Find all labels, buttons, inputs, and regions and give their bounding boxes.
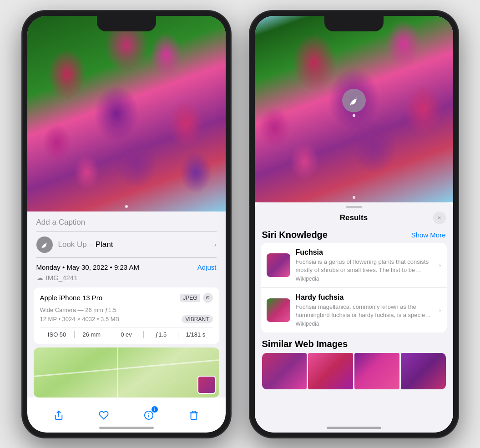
right-phone-screen: Results × Siri Knowledge Show More — [255, 16, 453, 433]
close-button[interactable]: × — [433, 211, 446, 224]
fuchsia-chevron-icon: › — [439, 262, 441, 269]
hardy-fuchsia-text: Hardy fuchsia Fuchsia magellanica, commo… — [296, 293, 434, 327]
fuchsia-name: Fuchsia — [296, 248, 434, 257]
hardy-fuchsia-thumbnail — [267, 298, 290, 322]
lookup-text: Look Up – Plant — [58, 240, 113, 249]
home-indicator-left — [99, 427, 154, 429]
show-more-button[interactable]: Show More — [411, 231, 446, 239]
lookup-row[interactable]: Look Up – Plant › — [27, 232, 226, 257]
filename-row: ☁ IMG_4241 — [27, 273, 226, 287]
lookup-chevron-icon: › — [214, 241, 217, 248]
info-badge: i — [152, 406, 158, 413]
exif-row: ISO 50 26 mm 0 ev ƒ1.5 1/181 s — [40, 327, 213, 338]
notch-right — [324, 16, 384, 31]
results-title: Results — [340, 213, 368, 222]
page-indicator-right — [353, 196, 355, 199]
photo-view-right[interactable] — [255, 16, 453, 202]
flower-photo-left — [27, 16, 226, 211]
photo-info-area: Add a Caption Look Up – Plant › — [27, 211, 226, 398]
siri-knowledge-title: Siri Knowledge — [262, 230, 328, 240]
visual-lookup-button[interactable] — [342, 89, 366, 112]
hardy-fuchsia-source: Wikipedia — [296, 321, 434, 327]
aperture-value: ƒ1.5 — [144, 331, 178, 338]
knowledge-item-hardy-fuchsia[interactable]: Hardy fuchsia Fuchsia magellanica, commo… — [261, 288, 447, 332]
left-phone: Add a Caption Look Up – Plant › — [22, 10, 231, 438]
similar-images-grid — [262, 353, 446, 389]
right-phone: Results × Siri Knowledge Show More — [249, 10, 459, 438]
camera-model: Apple iPhone 13 Pro — [40, 294, 103, 302]
delete-button[interactable] — [186, 407, 202, 423]
visual-lookup-dot — [353, 114, 355, 117]
siri-knowledge-header: Siri Knowledge Show More — [255, 226, 453, 243]
date-row: Monday • May 30, 2022 • 9:23 AM Adjust — [27, 258, 226, 273]
home-indicator-right — [327, 427, 381, 429]
date-text: Monday • May 30, 2022 • 9:23 AM — [36, 263, 139, 271]
lookup-icon — [36, 237, 53, 253]
fuchsia-description: Fuchsia is a genus of flowering plants t… — [296, 258, 434, 274]
photo-view-left[interactable] — [27, 16, 226, 211]
photo-on-map — [197, 376, 216, 394]
hardy-fuchsia-description: Fuchsia magellanica, commonly known as t… — [296, 303, 434, 319]
hardy-fuchsia-name: Hardy fuchsia — [296, 293, 434, 302]
hardy-fuchsia-chevron-icon: › — [439, 307, 441, 314]
mp-row: 12 MP • 3024 × 4032 • 3.5 MB VIBRANT — [40, 315, 213, 323]
knowledge-item-fuchsia[interactable]: Fuchsia Fuchsia is a genus of flowering … — [261, 243, 447, 288]
results-header: Results × — [255, 208, 453, 226]
notch — [97, 16, 156, 31]
fuchsia-source: Wikipedia — [296, 276, 434, 282]
knowledge-card: Fuchsia Fuchsia is a genus of flowering … — [261, 243, 447, 333]
camera-badges: JPEG ⊙ — [180, 293, 212, 303]
vibrant-badge: VIBRANT — [182, 315, 212, 323]
similar-image-1[interactable] — [262, 353, 307, 389]
camera-info-card: Apple iPhone 13 Pro JPEG ⊙ Wide Camera —… — [34, 287, 219, 344]
similar-web-title: Similar Web Images — [262, 339, 446, 349]
similar-web-section: Similar Web Images — [255, 335, 453, 391]
ev-value: 0 ev — [109, 331, 143, 338]
similar-image-2[interactable] — [308, 353, 353, 389]
page-indicator-left — [125, 205, 128, 208]
fuchsia-text: Fuchsia Fuchsia is a genus of flowering … — [296, 248, 434, 282]
jpeg-badge: JPEG — [180, 294, 200, 302]
mp-text: 12 MP • 3024 × 4032 • 3.5 MB — [40, 316, 120, 322]
results-panel: Results × Siri Knowledge Show More — [255, 202, 453, 433]
fuchsia-thumbnail — [267, 253, 290, 277]
info-button[interactable]: i — [141, 407, 157, 423]
iso-value: ISO 50 — [40, 331, 74, 338]
share-button[interactable] — [51, 407, 67, 423]
filename-text: IMG_4241 — [46, 274, 78, 282]
map-thumbnail[interactable] — [34, 347, 219, 398]
similar-image-3[interactable] — [354, 353, 399, 389]
camera-settings-icon[interactable]: ⊙ — [203, 293, 213, 303]
cloud-icon: ☁ — [36, 274, 43, 282]
similar-image-4[interactable] — [401, 353, 446, 389]
caption-input[interactable]: Add a Caption — [27, 211, 226, 232]
shutter-value: 1/181 s — [178, 331, 212, 338]
left-phone-screen: Add a Caption Look Up – Plant › — [27, 16, 226, 433]
camera-spec: Wide Camera — 26 mm ƒ1.5 — [40, 307, 213, 313]
adjust-button[interactable]: Adjust — [197, 263, 217, 271]
photo-toolbar: i — [27, 407, 226, 423]
favorite-button[interactable] — [96, 407, 112, 423]
focal-value: 26 mm — [75, 331, 109, 338]
